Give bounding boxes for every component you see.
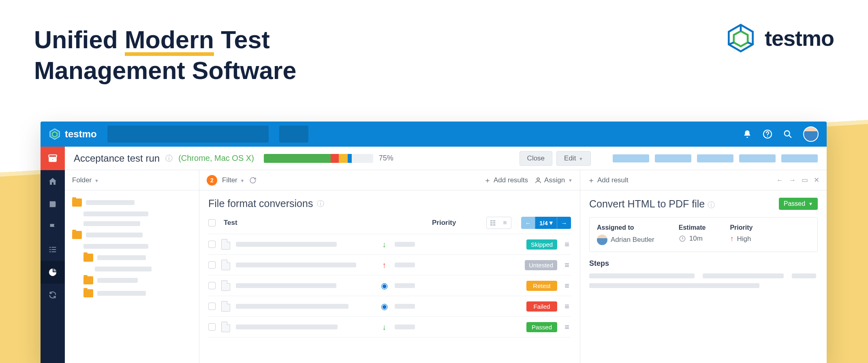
nav-item[interactable] [235, 127, 267, 141]
clock-icon [679, 235, 686, 242]
help-icon[interactable] [763, 129, 772, 139]
folder-item[interactable] [72, 287, 192, 300]
add-results-button[interactable]: ＋Add results [484, 175, 528, 185]
assigned-label: Assigned to [597, 224, 654, 231]
nav-item[interactable] [109, 127, 135, 141]
test-row[interactable]: ↑Untested≡ [199, 256, 580, 273]
row-checkbox[interactable] [208, 241, 216, 248]
close-button[interactable]: Close [520, 151, 552, 166]
row-menu-icon[interactable]: ≡ [563, 302, 571, 311]
column-priority: Priority [432, 219, 477, 227]
test-row[interactable]: ↓Skipped≡ [199, 236, 580, 253]
svg-line-10 [789, 135, 791, 138]
progress-bar [264, 154, 373, 163]
tab-placeholder[interactable] [697, 154, 733, 162]
folder-dropdown[interactable]: Folder ▼ [72, 176, 99, 184]
maximize-icon[interactable]: ▭ [802, 176, 808, 184]
close-icon[interactable]: ✕ [814, 176, 819, 184]
file-icon [221, 280, 230, 291]
pager-next[interactable]: → [557, 217, 571, 229]
svg-point-8 [767, 136, 768, 137]
arrow-up-icon: ↑ [730, 235, 733, 243]
tab-strip [613, 154, 818, 162]
svg-rect-13 [49, 247, 51, 248]
sidebar-item-runs[interactable] [41, 238, 65, 261]
folder-item[interactable] [72, 196, 192, 209]
folder-item[interactable] [72, 274, 192, 287]
tab-placeholder[interactable] [739, 154, 776, 162]
notifications-icon[interactable] [742, 129, 752, 139]
nav-item[interactable] [139, 127, 183, 141]
tab-placeholder[interactable] [655, 154, 691, 162]
hero-heading: Unified Modern Test Management Software [34, 24, 296, 86]
view-toggle[interactable]: ☷≡ [486, 217, 511, 229]
app-screenshot: testmo [41, 122, 827, 363]
steps-heading: Steps [589, 259, 818, 268]
svg-rect-16 [51, 249, 56, 250]
test-row[interactable]: ◉Retest≡ [199, 277, 580, 294]
search-icon[interactable] [783, 129, 793, 139]
pager-page[interactable]: 1/4 ▾ [535, 217, 557, 229]
sidebar-item-reports[interactable] [41, 261, 65, 284]
edit-button[interactable]: Edit ▼ [556, 151, 591, 166]
svg-rect-15 [49, 249, 51, 250]
nav-item[interactable] [187, 127, 231, 141]
cube-logo-icon [49, 128, 61, 140]
hero-logo-text: testmo [765, 26, 834, 51]
priority-value: ↑High [730, 235, 753, 243]
file-icon [221, 239, 230, 250]
sidebar-item-app[interactable] [41, 147, 65, 170]
test-row[interactable]: ↓Passed≡ [199, 318, 580, 335]
row-checkbox[interactable] [208, 303, 216, 310]
topbar: testmo [41, 122, 827, 147]
status-dropdown[interactable]: Passed▼ [779, 198, 818, 210]
nav-back-icon[interactable]: ← [776, 176, 783, 184]
folder-pane: Folder ▼ [65, 170, 199, 363]
svg-rect-14 [51, 247, 56, 248]
detail-title: Convert HTML to PDF file ⓘ [589, 198, 774, 210]
folder-icon [83, 276, 93, 284]
priority-icon: ◉ [379, 281, 389, 290]
folder-item[interactable] [72, 228, 192, 241]
tab-placeholder[interactable] [781, 154, 818, 162]
file-icon [221, 322, 230, 332]
priority-icon: ↓ [379, 240, 389, 249]
row-menu-icon[interactable]: ≡ [563, 261, 571, 270]
row-checkbox[interactable] [208, 282, 216, 289]
sidebar-item-milestones[interactable] [41, 216, 65, 238]
user-avatar[interactable] [803, 126, 819, 142]
tab-placeholder[interactable] [613, 154, 649, 162]
svg-point-19 [537, 178, 539, 180]
run-header-bar: Acceptance test run ⓘ (Chrome, Mac OS X)… [65, 147, 827, 170]
run-context: (Chrome, Mac OS X) [178, 154, 254, 163]
folder-item[interactable] [72, 251, 192, 264]
topbar-logo[interactable]: testmo [49, 128, 97, 140]
pager: ← 1/4 ▾ → [521, 217, 571, 229]
nav-item[interactable] [281, 127, 307, 141]
row-checkbox[interactable] [208, 261, 216, 269]
row-menu-icon[interactable]: ≡ [563, 281, 571, 290]
filter-dropdown[interactable]: Filter ▼ [222, 176, 244, 184]
row-menu-icon[interactable]: ≡ [563, 322, 571, 332]
select-all-checkbox[interactable] [208, 219, 216, 226]
test-row[interactable]: ◉Failed≡ [199, 298, 580, 315]
nav-placeholder-group [107, 126, 269, 143]
status-badge: Passed [526, 322, 557, 332]
status-badge: Retest [526, 281, 557, 291]
nav-placeholder-group [279, 126, 308, 143]
add-result-button[interactable]: ＋Add result [588, 175, 629, 185]
svg-rect-12 [49, 155, 57, 157]
row-checkbox[interactable] [208, 323, 216, 331]
sidebar-item-library[interactable] [41, 193, 65, 216]
sidebar-item-home[interactable] [41, 170, 65, 193]
pager-prev[interactable]: ← [521, 217, 535, 229]
row-menu-icon[interactable]: ≡ [563, 240, 571, 249]
svg-rect-17 [49, 252, 51, 252]
refresh-icon[interactable] [249, 177, 257, 184]
info-icon[interactable]: ⓘ [165, 154, 173, 163]
folder-tree [65, 190, 199, 305]
assign-dropdown[interactable]: Assign ▼ [534, 176, 573, 184]
sidebar-item-automation[interactable] [41, 284, 65, 306]
nav-forward-icon[interactable]: → [789, 176, 796, 184]
status-badge: Untested [525, 260, 557, 270]
